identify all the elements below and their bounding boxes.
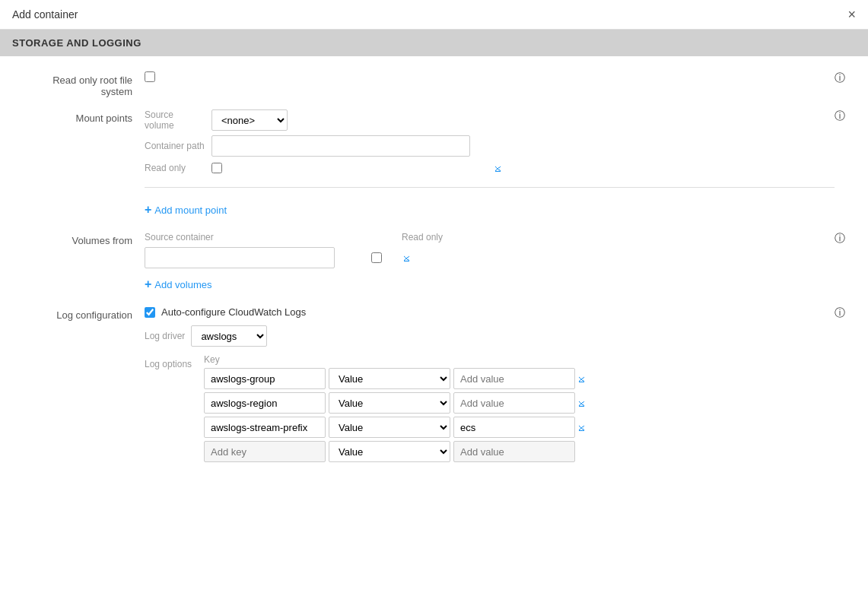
log-key-input-placeholder[interactable] — [204, 441, 326, 462]
add-volumes-label: Add volumes — [154, 279, 211, 290]
volumes-from-row: Volumes from Source container Read only … — [23, 232, 845, 294]
source-container-input[interactable] — [145, 247, 335, 268]
vol-readonly-header: Read only — [402, 232, 443, 243]
log-val-select-placeholder[interactable]: Value — [329, 441, 450, 462]
volumes-from-section: Source container Read only ⨲ — [145, 232, 835, 268]
log-options-label: Log options — [145, 354, 198, 369]
remove-log-opt-1[interactable]: ⨲ — [578, 372, 585, 385]
log-key-input-3[interactable] — [204, 417, 326, 438]
log-val-select-3[interactable]: Value — [329, 417, 450, 438]
volumes-from-input-row: ⨲ — [145, 247, 835, 268]
source-volume-sublabel: Source volume — [145, 109, 205, 131]
log-opt-row-placeholder: Value — [204, 441, 585, 462]
vol-readonly-checkbox[interactable] — [371, 252, 382, 263]
log-key-input-1[interactable] — [204, 368, 326, 389]
modal-header: Add container × — [0, 0, 868, 30]
auto-configure-label: Auto-configure CloudWatch Logs — [161, 306, 306, 318]
remove-log-opt-3[interactable]: ⨲ — [578, 420, 585, 434]
storage-logging-section-header: STORAGE AND LOGGING — [0, 30, 868, 56]
auto-configure-row: Auto-configure CloudWatch Logs — [145, 306, 835, 318]
log-opt-row-3: Value ⨲ — [204, 417, 585, 438]
read-only-root-content — [145, 71, 835, 82]
add-mount-point-link[interactable]: + Add mount point — [145, 200, 835, 220]
log-key-header: Key — [204, 354, 326, 365]
log-driver-row: Log driver awslogs — [145, 325, 835, 347]
log-config-info-icon: ⓘ — [835, 306, 845, 320]
volumes-from-info-icon: ⓘ — [835, 232, 845, 246]
log-config-row: Log configuration Auto-configure CloudWa… — [23, 306, 845, 462]
log-opt-row-2: Value ⨲ — [204, 392, 585, 414]
log-addval-input-placeholder[interactable] — [453, 441, 575, 462]
mount-points-label: Mount points — [23, 109, 145, 124]
mount-points-info-icon: ⓘ — [835, 109, 845, 123]
log-key-input-2[interactable] — [204, 392, 326, 414]
read-only-root-checkbox[interactable] — [145, 71, 155, 82]
source-container-header: Source container — [145, 232, 335, 243]
log-val-select-2[interactable]: Value — [329, 392, 450, 414]
close-button[interactable]: × — [847, 8, 856, 21]
add-volumes-icon: + — [145, 277, 151, 291]
modal-title: Add container — [12, 8, 78, 21]
read-only-root-row: Read only root file system ⓘ — [23, 71, 845, 97]
mount-points-divider — [145, 187, 835, 188]
log-config-content: Auto-configure CloudWatch Logs Log drive… — [145, 306, 835, 462]
log-addval-input-1[interactable] — [453, 368, 575, 389]
container-path-input[interactable] — [211, 135, 470, 157]
mount-points-content: Source volume <none> Container path Read… — [145, 109, 835, 220]
remove-mount-point-button[interactable]: ⨲ — [494, 161, 501, 175]
modal-container: Add container × STORAGE AND LOGGING Read… — [0, 0, 868, 615]
add-mount-point-label: Add mount point — [154, 204, 227, 216]
mount-read-only-label: Read only — [145, 163, 205, 173]
log-config-label: Log configuration — [23, 306, 145, 321]
log-driver-sublabel: Log driver — [145, 331, 185, 341]
volumes-from-headers: Source container Read only — [145, 232, 835, 243]
remove-volume-button[interactable]: ⨲ — [403, 251, 410, 265]
source-volume-row: Source volume <none> — [145, 109, 835, 131]
read-only-root-label: Read only root file system — [23, 71, 145, 97]
volumes-from-content: Source container Read only ⨲ + Add volum… — [145, 232, 835, 294]
source-volume-select[interactable]: <none> — [211, 109, 288, 131]
container-path-row: Container path — [145, 135, 835, 157]
volumes-from-label: Volumes from — [23, 232, 145, 246]
container-path-label: Container path — [145, 141, 205, 151]
log-driver-select[interactable]: awslogs — [191, 325, 267, 347]
form-body: Read only root file system ⓘ Mount point… — [0, 56, 868, 490]
auto-configure-checkbox[interactable] — [145, 307, 155, 318]
remove-log-opt-2[interactable]: ⨲ — [578, 396, 585, 410]
mount-points-section: Source volume <none> Container path Read… — [145, 109, 835, 175]
read-only-root-info-icon: ⓘ — [835, 71, 845, 85]
add-volumes-link[interactable]: + Add volumes — [145, 274, 835, 294]
log-addval-input-3[interactable] — [453, 417, 575, 438]
log-opt-row-1: Value ⨲ — [204, 368, 585, 389]
log-config-section: Auto-configure CloudWatch Logs Log drive… — [145, 306, 835, 462]
log-options-table: Key Value ⨲ — [204, 354, 585, 462]
log-options-header: Key — [204, 354, 585, 365]
read-only-root-inline — [145, 71, 835, 82]
mount-read-only-row: Read only ⨲ — [145, 161, 835, 175]
log-addval-input-2[interactable] — [453, 392, 575, 414]
add-mount-point-icon: + — [145, 203, 151, 217]
mount-points-row: Mount points Source volume <none> Contai… — [23, 109, 845, 220]
mount-read-only-checkbox[interactable] — [211, 163, 222, 173]
log-options-row: Log options Key Value — [145, 354, 835, 462]
log-val-select-1[interactable]: Value — [329, 368, 450, 389]
